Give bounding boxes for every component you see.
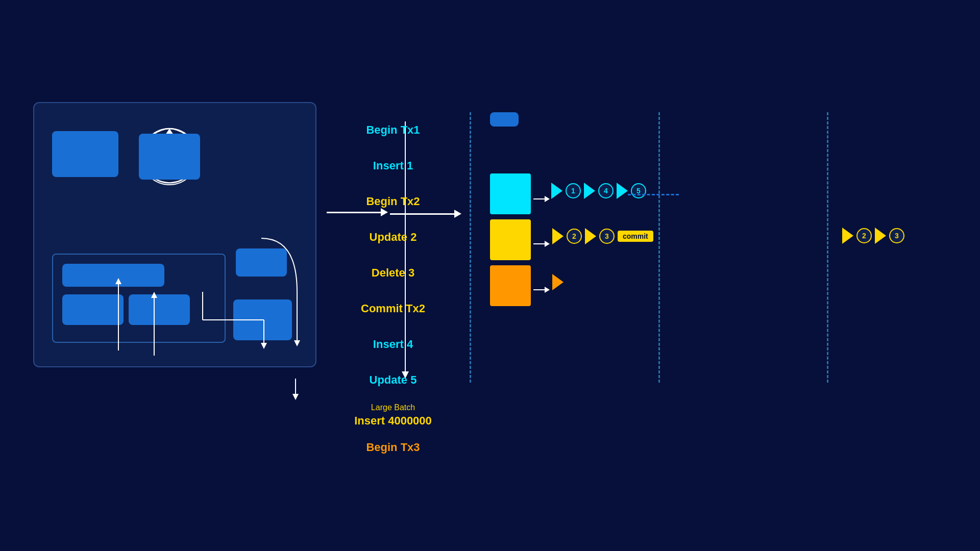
buffer-yellow bbox=[490, 219, 531, 260]
dashed-to-publish bbox=[628, 194, 679, 195]
rdbms-box bbox=[33, 102, 316, 367]
divider-4 bbox=[827, 112, 828, 383]
chevron-yellow-3 bbox=[585, 228, 596, 244]
sql-work-areas bbox=[62, 264, 164, 287]
chevron-right-2 bbox=[842, 228, 853, 244]
buffer-cyan bbox=[490, 173, 531, 214]
yellow-arrow-row: 2 3 commit bbox=[552, 228, 653, 244]
chevron-yellow-2 bbox=[552, 228, 564, 244]
session-memory bbox=[62, 294, 124, 325]
divider-2 bbox=[470, 112, 471, 383]
cyan-arrow-row: 1 4 5 bbox=[551, 183, 646, 199]
svg-marker-7 bbox=[261, 343, 267, 349]
svg-marker-12 bbox=[294, 340, 300, 346]
chevron-right-3 bbox=[875, 228, 886, 244]
tx-begin-tx1: Begin Tx1 bbox=[322, 112, 464, 148]
yellow-arrow-connector bbox=[533, 234, 551, 254]
chevron-cyan-5 bbox=[617, 183, 628, 199]
chevron-cyan-1 bbox=[551, 183, 562, 199]
tx-update-2: Update 2 bbox=[322, 219, 464, 255]
badge-1: 1 bbox=[566, 183, 581, 198]
chevron-cyan-4 bbox=[584, 183, 595, 199]
lgwr-box bbox=[236, 248, 287, 277]
orange-arrow-row bbox=[552, 274, 564, 290]
arrow-buffer-state bbox=[390, 213, 456, 215]
db-buffer-cache bbox=[52, 131, 118, 177]
orange-arrow-connector bbox=[533, 280, 551, 300]
tx-delete-3: Delete 3 bbox=[322, 255, 464, 291]
badge-yellow-3: 3 bbox=[599, 229, 615, 244]
right-arrows: 2 3 bbox=[842, 228, 904, 244]
badge-yellow-2: 2 bbox=[567, 229, 582, 244]
striim-cluster bbox=[490, 112, 519, 127]
tx-list: Begin Tx1 Insert 1 Begin Tx2 Update 2 De… bbox=[322, 112, 464, 465]
chevron-orange-1 bbox=[552, 274, 564, 290]
tx-commit-tx2: Commit Tx2 bbox=[322, 291, 464, 327]
badge-5: 5 bbox=[631, 183, 646, 198]
tx-update-5: Update 5 bbox=[322, 362, 464, 398]
badge-right-2: 2 bbox=[856, 228, 872, 243]
badge-right-3: 3 bbox=[889, 228, 904, 243]
private-sql-area bbox=[129, 294, 190, 325]
svg-marker-16 bbox=[545, 241, 550, 247]
tx-insert-4000000: Insert 4000000 bbox=[322, 412, 464, 430]
badge-4: 4 bbox=[598, 183, 614, 198]
divider-3 bbox=[658, 112, 660, 383]
svg-marker-18 bbox=[545, 287, 550, 293]
tx-large-batch-label: Large Batch bbox=[322, 403, 464, 412]
tx-begin-tx3: Begin Tx3 bbox=[322, 430, 464, 465]
buffer-orange bbox=[490, 265, 531, 306]
svg-marker-9 bbox=[292, 394, 299, 400]
redo-log-buffer bbox=[139, 134, 200, 180]
svg-marker-14 bbox=[545, 196, 550, 202]
online-redo-log bbox=[233, 299, 292, 340]
tx-insert-1: Insert 1 bbox=[322, 148, 464, 184]
commit-badge: commit bbox=[618, 231, 653, 242]
tx-insert-4: Insert 4 bbox=[322, 327, 464, 362]
